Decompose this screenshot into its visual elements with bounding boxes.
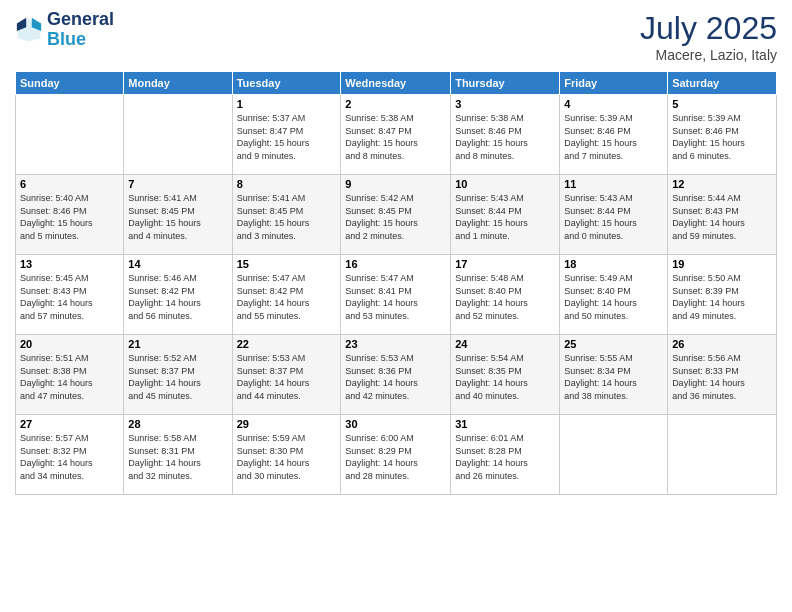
calendar-cell: 9Sunrise: 5:42 AM Sunset: 8:45 PM Daylig… (341, 175, 451, 255)
calendar-cell: 27Sunrise: 5:57 AM Sunset: 8:32 PM Dayli… (16, 415, 124, 495)
calendar-week-0: 1Sunrise: 5:37 AM Sunset: 8:47 PM Daylig… (16, 95, 777, 175)
logo-line1: General (47, 10, 114, 30)
calendar-cell: 31Sunrise: 6:01 AM Sunset: 8:28 PM Dayli… (451, 415, 560, 495)
calendar-cell: 17Sunrise: 5:48 AM Sunset: 8:40 PM Dayli… (451, 255, 560, 335)
col-friday: Friday (560, 72, 668, 95)
calendar-cell: 10Sunrise: 5:43 AM Sunset: 8:44 PM Dayli… (451, 175, 560, 255)
day-info: Sunrise: 5:39 AM Sunset: 8:46 PM Dayligh… (564, 112, 663, 162)
logo-text: General Blue (47, 10, 114, 50)
day-info: Sunrise: 5:59 AM Sunset: 8:30 PM Dayligh… (237, 432, 337, 482)
day-info: Sunrise: 5:54 AM Sunset: 8:35 PM Dayligh… (455, 352, 555, 402)
day-info: Sunrise: 5:42 AM Sunset: 8:45 PM Dayligh… (345, 192, 446, 242)
header: General Blue July 2025 Macere, Lazio, It… (15, 10, 777, 63)
calendar-cell: 12Sunrise: 5:44 AM Sunset: 8:43 PM Dayli… (668, 175, 777, 255)
day-number: 18 (564, 258, 663, 270)
calendar-cell: 13Sunrise: 5:45 AM Sunset: 8:43 PM Dayli… (16, 255, 124, 335)
calendar-cell: 21Sunrise: 5:52 AM Sunset: 8:37 PM Dayli… (124, 335, 232, 415)
calendar-cell (124, 95, 232, 175)
day-number: 25 (564, 338, 663, 350)
day-number: 8 (237, 178, 337, 190)
day-info: Sunrise: 5:39 AM Sunset: 8:46 PM Dayligh… (672, 112, 772, 162)
day-number: 5 (672, 98, 772, 110)
day-number: 30 (345, 418, 446, 430)
day-info: Sunrise: 5:47 AM Sunset: 8:41 PM Dayligh… (345, 272, 446, 322)
calendar-cell (668, 415, 777, 495)
calendar-header-row: Sunday Monday Tuesday Wednesday Thursday… (16, 72, 777, 95)
logo: General Blue (15, 10, 114, 50)
calendar-week-2: 13Sunrise: 5:45 AM Sunset: 8:43 PM Dayli… (16, 255, 777, 335)
day-number: 2 (345, 98, 446, 110)
day-number: 26 (672, 338, 772, 350)
day-number: 23 (345, 338, 446, 350)
day-number: 28 (128, 418, 227, 430)
calendar-cell: 5Sunrise: 5:39 AM Sunset: 8:46 PM Daylig… (668, 95, 777, 175)
day-info: Sunrise: 5:51 AM Sunset: 8:38 PM Dayligh… (20, 352, 119, 402)
col-monday: Monday (124, 72, 232, 95)
calendar-week-3: 20Sunrise: 5:51 AM Sunset: 8:38 PM Dayli… (16, 335, 777, 415)
calendar-cell: 6Sunrise: 5:40 AM Sunset: 8:46 PM Daylig… (16, 175, 124, 255)
calendar-cell: 8Sunrise: 5:41 AM Sunset: 8:45 PM Daylig… (232, 175, 341, 255)
day-info: Sunrise: 5:41 AM Sunset: 8:45 PM Dayligh… (237, 192, 337, 242)
day-number: 31 (455, 418, 555, 430)
day-info: Sunrise: 5:55 AM Sunset: 8:34 PM Dayligh… (564, 352, 663, 402)
day-number: 17 (455, 258, 555, 270)
day-number: 29 (237, 418, 337, 430)
calendar-cell (560, 415, 668, 495)
calendar-cell: 30Sunrise: 6:00 AM Sunset: 8:29 PM Dayli… (341, 415, 451, 495)
day-number: 14 (128, 258, 227, 270)
calendar-week-4: 27Sunrise: 5:57 AM Sunset: 8:32 PM Dayli… (16, 415, 777, 495)
day-number: 6 (20, 178, 119, 190)
calendar-week-1: 6Sunrise: 5:40 AM Sunset: 8:46 PM Daylig… (16, 175, 777, 255)
calendar-cell: 1Sunrise: 5:37 AM Sunset: 8:47 PM Daylig… (232, 95, 341, 175)
day-info: Sunrise: 5:38 AM Sunset: 8:46 PM Dayligh… (455, 112, 555, 162)
calendar-cell: 28Sunrise: 5:58 AM Sunset: 8:31 PM Dayli… (124, 415, 232, 495)
day-number: 11 (564, 178, 663, 190)
day-number: 24 (455, 338, 555, 350)
day-number: 20 (20, 338, 119, 350)
day-info: Sunrise: 5:46 AM Sunset: 8:42 PM Dayligh… (128, 272, 227, 322)
day-info: Sunrise: 5:58 AM Sunset: 8:31 PM Dayligh… (128, 432, 227, 482)
calendar-cell: 16Sunrise: 5:47 AM Sunset: 8:41 PM Dayli… (341, 255, 451, 335)
day-info: Sunrise: 5:49 AM Sunset: 8:40 PM Dayligh… (564, 272, 663, 322)
calendar-cell: 2Sunrise: 5:38 AM Sunset: 8:47 PM Daylig… (341, 95, 451, 175)
day-number: 9 (345, 178, 446, 190)
col-wednesday: Wednesday (341, 72, 451, 95)
day-number: 21 (128, 338, 227, 350)
day-info: Sunrise: 5:57 AM Sunset: 8:32 PM Dayligh… (20, 432, 119, 482)
day-info: Sunrise: 5:50 AM Sunset: 8:39 PM Dayligh… (672, 272, 772, 322)
col-tuesday: Tuesday (232, 72, 341, 95)
day-number: 1 (237, 98, 337, 110)
col-saturday: Saturday (668, 72, 777, 95)
day-number: 10 (455, 178, 555, 190)
day-info: Sunrise: 6:00 AM Sunset: 8:29 PM Dayligh… (345, 432, 446, 482)
calendar-cell (16, 95, 124, 175)
day-number: 13 (20, 258, 119, 270)
day-info: Sunrise: 5:53 AM Sunset: 8:36 PM Dayligh… (345, 352, 446, 402)
day-info: Sunrise: 5:40 AM Sunset: 8:46 PM Dayligh… (20, 192, 119, 242)
logo-line2: Blue (47, 29, 86, 49)
calendar-cell: 23Sunrise: 5:53 AM Sunset: 8:36 PM Dayli… (341, 335, 451, 415)
calendar-cell: 26Sunrise: 5:56 AM Sunset: 8:33 PM Dayli… (668, 335, 777, 415)
day-number: 4 (564, 98, 663, 110)
calendar-cell: 19Sunrise: 5:50 AM Sunset: 8:39 PM Dayli… (668, 255, 777, 335)
col-sunday: Sunday (16, 72, 124, 95)
calendar-cell: 15Sunrise: 5:47 AM Sunset: 8:42 PM Dayli… (232, 255, 341, 335)
day-number: 27 (20, 418, 119, 430)
day-info: Sunrise: 5:52 AM Sunset: 8:37 PM Dayligh… (128, 352, 227, 402)
calendar: Sunday Monday Tuesday Wednesday Thursday… (15, 71, 777, 495)
col-thursday: Thursday (451, 72, 560, 95)
day-info: Sunrise: 5:43 AM Sunset: 8:44 PM Dayligh… (455, 192, 555, 242)
calendar-cell: 24Sunrise: 5:54 AM Sunset: 8:35 PM Dayli… (451, 335, 560, 415)
calendar-cell: 18Sunrise: 5:49 AM Sunset: 8:40 PM Dayli… (560, 255, 668, 335)
title-block: July 2025 Macere, Lazio, Italy (640, 10, 777, 63)
page: General Blue July 2025 Macere, Lazio, It… (0, 0, 792, 612)
day-info: Sunrise: 5:44 AM Sunset: 8:43 PM Dayligh… (672, 192, 772, 242)
calendar-cell: 22Sunrise: 5:53 AM Sunset: 8:37 PM Dayli… (232, 335, 341, 415)
day-info: Sunrise: 5:41 AM Sunset: 8:45 PM Dayligh… (128, 192, 227, 242)
month-title: July 2025 (640, 10, 777, 47)
calendar-cell: 20Sunrise: 5:51 AM Sunset: 8:38 PM Dayli… (16, 335, 124, 415)
day-number: 7 (128, 178, 227, 190)
logo-icon (15, 16, 43, 44)
location-title: Macere, Lazio, Italy (640, 47, 777, 63)
day-info: Sunrise: 5:37 AM Sunset: 8:47 PM Dayligh… (237, 112, 337, 162)
